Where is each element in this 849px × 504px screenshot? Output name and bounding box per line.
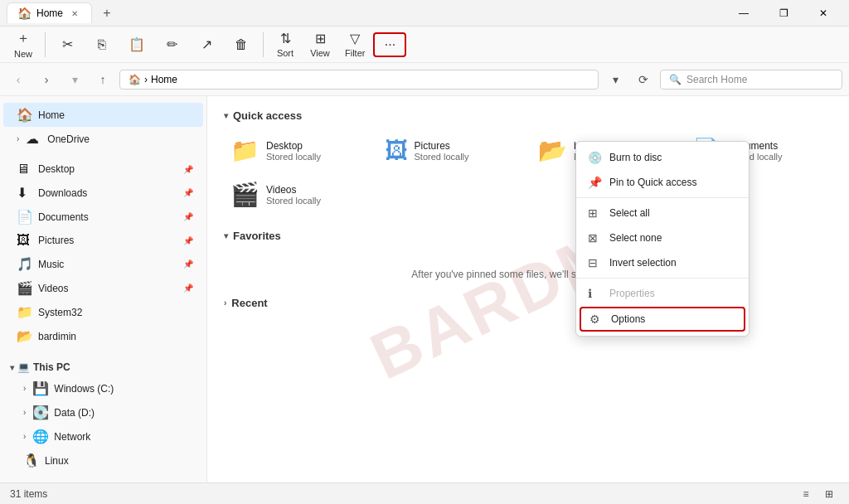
sidebar-item-linux[interactable]: 🐧 Linux bbox=[10, 448, 203, 472]
menu-pin-label: Pin to Quick access bbox=[609, 177, 696, 188]
sidebar-item-documents[interactable]: 📄 Documents 📌 bbox=[3, 205, 203, 229]
sort-button[interactable]: ⇅ Sort bbox=[269, 27, 302, 61]
address-path[interactable]: 🏠 › Home bbox=[119, 70, 599, 90]
cut-icon: ✂ bbox=[62, 36, 73, 52]
menu-item-select-none[interactable]: ⊠ Select none bbox=[576, 225, 749, 250]
quick-access-label: Quick access bbox=[233, 109, 302, 122]
sidebar-item-videos[interactable]: 🎬 Videos 📌 bbox=[3, 276, 203, 300]
pin-icon: 📌 bbox=[588, 176, 601, 189]
delete-button[interactable]: 🗑 bbox=[225, 34, 258, 56]
share-button[interactable]: ↗ bbox=[190, 33, 223, 56]
menu-properties-label: Properties bbox=[609, 288, 655, 299]
back-button[interactable]: ‹ bbox=[7, 68, 30, 91]
search-box[interactable]: 🔍 Search Home bbox=[660, 70, 842, 90]
burn-icon: 💿 bbox=[588, 151, 601, 164]
filter-label: Filter bbox=[345, 48, 365, 58]
new-tab-button[interactable]: + bbox=[95, 2, 119, 25]
menu-item-options[interactable]: ⚙ Options bbox=[580, 307, 745, 332]
menu-select-all-label: Select all bbox=[609, 207, 650, 219]
favorites-label: Favorites bbox=[233, 230, 281, 242]
sidebar-system32-label: System32 bbox=[38, 307, 193, 318]
folder-pictures-info: Pictures Stored locally bbox=[415, 140, 469, 162]
folder-item-desktop[interactable]: 📁 Desktop Stored locally bbox=[224, 132, 371, 169]
invert-icon: ⊟ bbox=[588, 256, 601, 269]
sidebar-item-bardimin[interactable]: 📂 bardimin bbox=[3, 324, 203, 348]
maximize-button[interactable]: ❐ bbox=[764, 0, 803, 27]
view-button[interactable]: ⊞ View bbox=[303, 27, 337, 61]
menu-separator-2 bbox=[576, 278, 749, 279]
refresh-button[interactable]: ⟳ bbox=[632, 68, 655, 91]
sidebar-group-thispc[interactable]: ▾ 💻 This PC bbox=[0, 355, 206, 376]
folder-pictures-sub: Stored locally bbox=[415, 152, 469, 162]
sidebar-item-pictures[interactable]: 🖼 Pictures 📌 bbox=[3, 229, 203, 252]
menu-item-properties: ℹ Properties bbox=[576, 281, 749, 306]
forward-button[interactable]: › bbox=[35, 68, 58, 91]
sidebar-item-home[interactable]: 🏠 Home bbox=[3, 103, 203, 127]
sidebar-bardimin-label: bardimin bbox=[38, 331, 193, 342]
menu-item-select-all[interactable]: ⊞ Select all bbox=[576, 201, 749, 225]
content-area: BARDMIN ▾ Quick access 📁 Desktop Stored … bbox=[207, 96, 849, 482]
context-menu: 💿 Burn to disc 📌 Pin to Quick access ⊞ S… bbox=[575, 141, 750, 337]
more-options-button[interactable]: ··· bbox=[373, 32, 406, 57]
menu-options-label: Options bbox=[611, 313, 645, 325]
folder-pictures-icon: 🖼 bbox=[385, 137, 408, 164]
copy-button[interactable]: ⎘ bbox=[85, 34, 119, 56]
sidebar-item-downloads[interactable]: ⬇ Downloads 📌 bbox=[3, 181, 203, 205]
more-icon: ··· bbox=[385, 37, 395, 52]
list-view-button[interactable]: ≡ bbox=[796, 484, 816, 504]
folder-desktop-icon: 📁 bbox=[230, 137, 260, 164]
paste-button[interactable]: 📋 bbox=[120, 33, 153, 56]
options-icon: ⚙ bbox=[589, 313, 603, 326]
sidebar-item-system32[interactable]: 📁 System32 bbox=[3, 300, 203, 324]
folder-desktop-name: Desktop bbox=[266, 140, 321, 152]
new-button[interactable]: ＋ New bbox=[7, 27, 40, 62]
rename-button[interactable]: ✏ bbox=[155, 33, 188, 56]
home-tab-icon: 🏠 bbox=[17, 7, 32, 20]
sidebar-item-windows-c[interactable]: › 💾 Windows (C:) bbox=[10, 376, 203, 400]
up-button[interactable]: ↑ bbox=[91, 68, 114, 91]
data-d-expand-icon: › bbox=[23, 408, 26, 417]
menu-invert-label: Invert selection bbox=[609, 257, 677, 269]
downloads-icon: ⬇ bbox=[17, 185, 32, 201]
address-bar: ‹ › ▾ ↑ 🏠 › Home ▾ ⟳ 🔍 Search Home bbox=[0, 63, 849, 96]
folder-item-pictures[interactable]: 🖼 Pictures Stored locally bbox=[378, 132, 526, 169]
network-expand-icon: › bbox=[23, 432, 26, 441]
minimize-button[interactable]: — bbox=[725, 0, 763, 27]
network-icon: 🌐 bbox=[32, 429, 47, 444]
folder-videos-info: Videos Stored locally bbox=[266, 184, 321, 206]
sidebar-item-data-d[interactable]: › 💽 Data (D:) bbox=[10, 400, 203, 424]
rename-icon: ✏ bbox=[167, 36, 177, 52]
close-button[interactable]: ✕ bbox=[804, 0, 842, 27]
dropdown-button[interactable]: ▾ bbox=[604, 68, 627, 91]
menu-item-burn[interactable]: 💿 Burn to disc bbox=[576, 145, 749, 170]
folder-videos-name: Videos bbox=[266, 184, 321, 196]
sidebar-item-network[interactable]: › 🌐 Network bbox=[10, 424, 203, 448]
window-controls: — ❐ ✕ bbox=[725, 0, 842, 27]
sidebar-pictures-label: Pictures bbox=[38, 235, 177, 246]
view-icon: ⊞ bbox=[315, 31, 326, 46]
menu-item-invert[interactable]: ⊟ Invert selection bbox=[576, 250, 749, 275]
videos-icon: 🎬 bbox=[17, 280, 32, 296]
quick-access-header[interactable]: ▾ Quick access bbox=[224, 109, 832, 122]
recent-locations-button[interactable]: ▾ bbox=[63, 68, 86, 91]
menu-item-pin[interactable]: 📌 Pin to Quick access bbox=[576, 170, 749, 195]
filter-icon: ▽ bbox=[350, 31, 360, 46]
tab-close-button[interactable]: ✕ bbox=[68, 7, 81, 20]
windows-c-icon: 💾 bbox=[32, 380, 47, 396]
home-tab[interactable]: 🏠 Home ✕ bbox=[7, 2, 92, 23]
sidebar-item-desktop[interactable]: 🖥 Desktop 📌 bbox=[3, 158, 203, 181]
sidebar-home-label: Home bbox=[38, 109, 193, 121]
main-layout: 🏠 Home › ☁ OneDrive 🖥 Desktop 📌 ⬇ Downlo… bbox=[0, 96, 849, 482]
documents-pin-icon: 📌 bbox=[183, 212, 193, 221]
filter-button[interactable]: ▽ Filter bbox=[338, 27, 371, 61]
folder-item-videos[interactable]: 🎬 Videos Stored locally bbox=[224, 176, 371, 213]
cut-button[interactable]: ✂ bbox=[51, 33, 84, 56]
sidebar-item-onedrive[interactable]: › ☁ OneDrive bbox=[3, 127, 203, 151]
view-label: View bbox=[310, 48, 330, 58]
status-view-controls: ≡ ⊞ bbox=[796, 484, 839, 504]
grid-view-button[interactable]: ⊞ bbox=[819, 484, 839, 504]
new-icon: ＋ bbox=[17, 30, 30, 47]
toolbar-separator-2 bbox=[263, 32, 264, 57]
sidebar-onedrive-label: OneDrive bbox=[47, 133, 193, 145]
sidebar-item-music[interactable]: 🎵 Music 📌 bbox=[3, 252, 203, 276]
